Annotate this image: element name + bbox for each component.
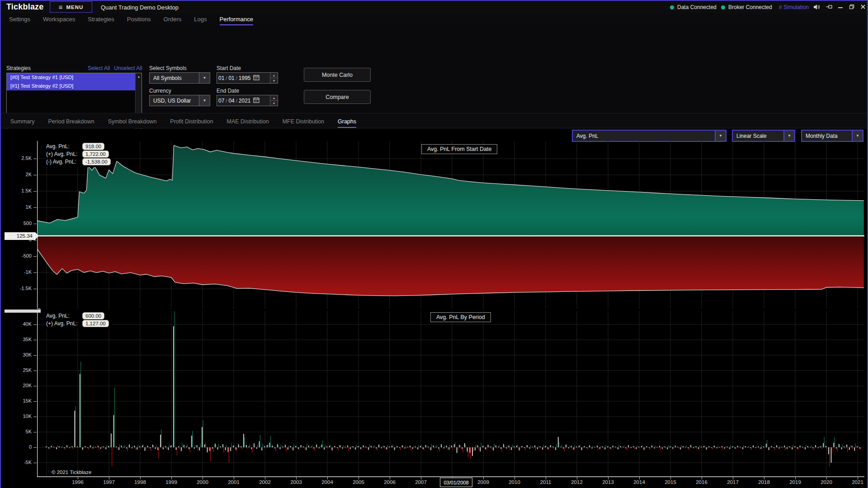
y-axis-tick-label: -1.5K [4, 286, 32, 291]
bottom-chart-title: Avg. PnL By Period [430, 312, 491, 322]
main-tab-performance[interactable]: Performance [220, 16, 253, 25]
sub-tab-mae-distribution[interactable]: MAE Distribution [227, 118, 269, 128]
top-chart-legend: Avg. PnL:918.00 (+) Avg. PnL:1,722.00 (-… [46, 141, 113, 167]
scale-combobox[interactable]: Linear Scale ▼ [732, 130, 795, 142]
sub-tab-period-breakdown[interactable]: Period Breakdown [48, 118, 94, 128]
monte-carlo-button[interactable]: Monte Carlo [304, 68, 371, 82]
x-axis-year-label: 2012 [565, 479, 589, 485]
spin-up-icon[interactable]: ▲ [270, 95, 278, 101]
y-axis-tick-label: 35K [4, 337, 32, 342]
y-axis-tick-mark [33, 256, 37, 257]
y-axis-tick-mark [33, 224, 37, 224]
end-date-field[interactable]: 07/ 04/ 2021 ▲▼ [217, 95, 278, 106]
value-badge: 600.00 [82, 312, 104, 319]
select-symbols-label: Select Symbols [149, 65, 187, 71]
current-value-marker: 125.34 [5, 232, 35, 240]
compare-button[interactable]: Compare [304, 90, 371, 104]
filter-panel: Strategies Select All Unselect All [#0] … [1, 26, 867, 111]
maximize-button[interactable] [848, 3, 856, 10]
close-button[interactable] [859, 3, 867, 10]
x-axis-year-label: 2002 [253, 479, 277, 485]
x-axis-year-label: 2009 [472, 479, 495, 485]
spin-down-icon[interactable]: ▼ [270, 78, 278, 83]
y-axis-tick-label: 2K [4, 172, 32, 177]
unselect-all-link[interactable]: Unselect All [114, 65, 142, 71]
chevron-down-icon[interactable]: ▼ [852, 131, 863, 141]
calendar-icon[interactable] [253, 75, 259, 82]
speaker-icon[interactable] [812, 3, 821, 10]
spin-down-icon[interactable]: ▼ [270, 101, 278, 106]
currency-label: Currency [149, 88, 171, 94]
dock-icon[interactable] [825, 3, 833, 10]
x-axis-year-label: 2013 [596, 479, 620, 485]
avg-pnl-by-period-chart[interactable] [37, 311, 864, 477]
calendar-icon[interactable] [253, 97, 259, 104]
sub-tab-summary[interactable]: Summary [10, 118, 34, 128]
x-axis-year-label: 2015 [659, 479, 682, 485]
chevron-down-icon[interactable]: ▼ [783, 131, 794, 141]
start-date-field[interactable]: 01/ 01/ 1995 ▲▼ [217, 72, 278, 84]
main-tab-bar: SettingsWorkspacesStrategiesPositionsOrd… [1, 14, 867, 25]
y-axis-tick-mark [33, 447, 37, 448]
x-axis-year-label: 2001 [222, 479, 245, 485]
currency-combobox[interactable]: USD, US Dollar ▼ [149, 95, 210, 106]
x-axis-year-label: 2011 [534, 479, 557, 485]
x-axis-year-label: 2014 [627, 479, 651, 485]
y-axis-tick-mark [33, 175, 37, 175]
sub-tab-graphs[interactable]: Graphs [338, 118, 356, 128]
y-axis-tick-mark [33, 417, 37, 417]
main-tab-logs[interactable]: Logs [194, 16, 207, 25]
main-tab-workspaces[interactable]: Workspaces [43, 16, 75, 25]
x-axis-year-label: 2004 [316, 479, 339, 485]
chart-splitter[interactable] [5, 310, 41, 313]
minimize-button[interactable] [836, 3, 844, 10]
main-tab-strategies[interactable]: Strategies [88, 16, 114, 25]
symbols-combobox[interactable]: All Symbols ▼ [149, 72, 210, 84]
main-tab-orders[interactable]: Orders [164, 16, 182, 25]
x-axis-year-label: 2000 [191, 479, 214, 485]
date-spinner[interactable]: ▲▼ [270, 95, 278, 106]
period-combobox[interactable]: Monthly Data ▼ [801, 130, 863, 142]
x-axis-year-label: 2020 [815, 479, 838, 485]
value-badge: 1,127.00 [82, 320, 109, 327]
metric-combobox[interactable]: Avg. PnL ▼ [572, 130, 726, 142]
main-tab-positions[interactable]: Positions [127, 16, 151, 25]
y-axis-tick-mark [33, 207, 37, 208]
end-date-label: End Date [217, 88, 239, 94]
sub-tab-profit-distribution[interactable]: Profit Distribution [170, 118, 213, 128]
y-axis-tick-label: 5K [4, 429, 32, 434]
y-axis-tick-mark [33, 371, 37, 371]
avg-pnl-from-start-chart[interactable] [37, 141, 864, 309]
x-axis-year-label: 2018 [752, 479, 776, 485]
value-badge: 918.00 [82, 143, 104, 150]
y-axis-tick-mark [33, 159, 37, 159]
select-all-link[interactable]: Select All [88, 65, 110, 71]
y-axis-tick-mark [33, 191, 37, 192]
y-axis-tick-mark [33, 386, 37, 386]
x-axis-year-label: 2005 [347, 479, 370, 485]
performance-tab-bar: SummaryPeriod BreakdownSymbol BreakdownP… [1, 113, 867, 128]
spin-up-icon[interactable]: ▲ [270, 73, 278, 78]
y-axis-tick-mark [33, 289, 37, 289]
x-axis-year-label: 1999 [160, 479, 183, 485]
top-chart-title: Avg. PnL From Start Date [421, 144, 497, 154]
y-axis-tick-label: 0 [4, 444, 32, 450]
strategy-list-item[interactable]: [#0] Test Strategy #1 [USD] [7, 73, 135, 82]
chevron-down-icon[interactable]: ▼ [199, 73, 210, 83]
chevron-down-icon[interactable]: ▼ [199, 95, 210, 106]
menu-button[interactable]: ≡ MENU [50, 1, 92, 13]
x-axis-year-label: 2006 [378, 479, 401, 485]
x-axis-year-label: 2003 [284, 479, 308, 485]
strategy-list-item[interactable]: [#1] Test Strategy #2 [USD] [7, 82, 135, 90]
simulation-badge: # Simulation [779, 4, 809, 10]
sub-tab-mfe-distribution[interactable]: MFE Distribution [283, 118, 324, 128]
main-tab-settings[interactable]: Settings [9, 16, 30, 25]
y-axis-tick-mark [33, 355, 37, 356]
y-axis-tick-mark [33, 432, 37, 432]
date-spinner[interactable]: ▲▼ [270, 73, 278, 83]
y-axis-tick-label: 500 [4, 221, 32, 226]
chevron-down-icon[interactable]: ▼ [715, 131, 726, 141]
app-logo: Tickblaze [6, 2, 44, 12]
scroll-up-arrow[interactable]: ▲ [136, 73, 142, 80]
sub-tab-symbol-breakdown[interactable]: Symbol Breakdown [108, 118, 157, 128]
